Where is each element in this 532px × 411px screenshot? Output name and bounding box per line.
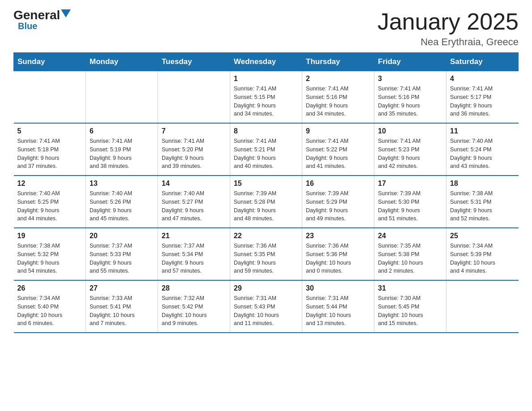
logo-general-text: General <box>13 9 60 21</box>
logo: General Blue <box>13 9 71 30</box>
day-info: Sunrise: 7:36 AMSunset: 5:36 PMDaylight:… <box>306 242 370 275</box>
calendar-cell: 25Sunrise: 7:34 AMSunset: 5:39 PMDayligh… <box>446 228 519 280</box>
logo-arrow-icon <box>61 9 71 19</box>
svg-marker-0 <box>61 9 71 17</box>
day-info: Sunrise: 7:40 AMSunset: 5:24 PMDaylight:… <box>450 137 515 171</box>
day-info: Sunrise: 7:41 AMSunset: 5:16 PMDaylight:… <box>306 85 370 118</box>
calendar-cell: 2Sunrise: 7:41 AMSunset: 5:16 PMDaylight… <box>302 71 374 124</box>
calendar-cell: 13Sunrise: 7:40 AMSunset: 5:26 PMDayligh… <box>86 176 158 228</box>
calendar-cell: 15Sunrise: 7:39 AMSunset: 5:28 PMDayligh… <box>230 176 302 228</box>
day-number: 4 <box>450 75 515 83</box>
calendar-cell: 20Sunrise: 7:37 AMSunset: 5:33 PMDayligh… <box>86 228 158 280</box>
day-number: 11 <box>450 127 515 135</box>
weekday-header-wednesday: Wednesday <box>230 53 302 71</box>
day-number: 31 <box>378 284 442 292</box>
weekday-header-saturday: Saturday <box>446 53 519 71</box>
calendar-cell: 26Sunrise: 7:34 AMSunset: 5:40 PMDayligh… <box>14 280 86 333</box>
calendar-cell: 9Sunrise: 7:41 AMSunset: 5:22 PMDaylight… <box>302 123 374 176</box>
day-info: Sunrise: 7:35 AMSunset: 5:38 PMDaylight:… <box>378 242 442 275</box>
day-info: Sunrise: 7:41 AMSunset: 5:15 PMDaylight:… <box>234 85 298 118</box>
calendar-cell: 5Sunrise: 7:41 AMSunset: 5:18 PMDaylight… <box>14 123 86 176</box>
day-info: Sunrise: 7:39 AMSunset: 5:28 PMDaylight:… <box>234 189 298 223</box>
day-number: 28 <box>162 284 226 292</box>
calendar-cell: 4Sunrise: 7:41 AMSunset: 5:17 PMDaylight… <box>446 71 519 124</box>
day-info: Sunrise: 7:31 AMSunset: 5:43 PMDaylight:… <box>234 294 298 328</box>
weekday-header-sunday: Sunday <box>14 53 86 71</box>
day-number: 14 <box>162 180 226 188</box>
calendar-cell: 24Sunrise: 7:35 AMSunset: 5:38 PMDayligh… <box>374 228 446 280</box>
day-info: Sunrise: 7:34 AMSunset: 5:40 PMDaylight:… <box>17 294 82 328</box>
day-info: Sunrise: 7:41 AMSunset: 5:20 PMDaylight:… <box>162 137 226 171</box>
header: General Blue January 2025 Nea Erythraia,… <box>13 9 519 48</box>
day-info: Sunrise: 7:40 AMSunset: 5:25 PMDaylight:… <box>17 189 82 223</box>
logo-blue-text: Blue <box>18 21 37 30</box>
calendar-cell: 30Sunrise: 7:31 AMSunset: 5:44 PMDayligh… <box>302 280 374 333</box>
week-row-4: 19Sunrise: 7:38 AMSunset: 5:32 PMDayligh… <box>14 228 519 280</box>
week-row-2: 5Sunrise: 7:41 AMSunset: 5:18 PMDaylight… <box>14 123 519 176</box>
day-info: Sunrise: 7:37 AMSunset: 5:33 PMDaylight:… <box>90 242 154 275</box>
calendar-body: 1Sunrise: 7:41 AMSunset: 5:15 PMDaylight… <box>14 71 519 333</box>
day-number: 9 <box>306 127 370 135</box>
day-info: Sunrise: 7:41 AMSunset: 5:16 PMDaylight:… <box>378 85 442 118</box>
day-number: 16 <box>306 180 370 188</box>
calendar-cell: 14Sunrise: 7:40 AMSunset: 5:27 PMDayligh… <box>158 176 230 228</box>
day-number: 17 <box>378 180 442 188</box>
month-title: January 2025 <box>378 9 519 34</box>
day-number: 20 <box>90 232 154 240</box>
calendar-cell: 10Sunrise: 7:41 AMSunset: 5:23 PMDayligh… <box>374 123 446 176</box>
day-number: 1 <box>234 75 298 83</box>
day-info: Sunrise: 7:41 AMSunset: 5:22 PMDaylight:… <box>306 137 370 171</box>
day-number: 2 <box>306 75 370 83</box>
weekday-header-monday: Monday <box>86 53 158 71</box>
day-info: Sunrise: 7:39 AMSunset: 5:30 PMDaylight:… <box>378 189 442 223</box>
calendar-cell: 7Sunrise: 7:41 AMSunset: 5:20 PMDaylight… <box>158 123 230 176</box>
calendar-cell: 23Sunrise: 7:36 AMSunset: 5:36 PMDayligh… <box>302 228 374 280</box>
calendar-cell: 29Sunrise: 7:31 AMSunset: 5:43 PMDayligh… <box>230 280 302 333</box>
calendar-cell: 11Sunrise: 7:40 AMSunset: 5:24 PMDayligh… <box>446 123 519 176</box>
day-info: Sunrise: 7:41 AMSunset: 5:19 PMDaylight:… <box>90 137 154 171</box>
day-number: 10 <box>378 127 442 135</box>
day-info: Sunrise: 7:41 AMSunset: 5:21 PMDaylight:… <box>234 137 298 171</box>
day-number: 27 <box>90 284 154 292</box>
day-number: 3 <box>378 75 442 83</box>
day-info: Sunrise: 7:37 AMSunset: 5:34 PMDaylight:… <box>162 242 226 275</box>
day-number: 23 <box>306 232 370 240</box>
calendar-cell: 17Sunrise: 7:39 AMSunset: 5:30 PMDayligh… <box>374 176 446 228</box>
day-number: 18 <box>450 180 515 188</box>
calendar: SundayMondayTuesdayWednesdayThursdayFrid… <box>13 52 519 333</box>
day-info: Sunrise: 7:30 AMSunset: 5:45 PMDaylight:… <box>378 294 442 328</box>
location: Nea Erythraia, Greece <box>378 36 519 48</box>
day-number: 6 <box>90 127 154 135</box>
day-info: Sunrise: 7:41 AMSunset: 5:18 PMDaylight:… <box>17 137 82 171</box>
day-number: 29 <box>234 284 298 292</box>
weekday-row: SundayMondayTuesdayWednesdayThursdayFrid… <box>14 53 519 71</box>
day-number: 26 <box>17 284 82 292</box>
day-info: Sunrise: 7:40 AMSunset: 5:27 PMDaylight:… <box>162 189 226 223</box>
weekday-header-friday: Friday <box>374 53 446 71</box>
day-info: Sunrise: 7:33 AMSunset: 5:41 PMDaylight:… <box>90 294 154 328</box>
calendar-cell: 21Sunrise: 7:37 AMSunset: 5:34 PMDayligh… <box>158 228 230 280</box>
day-number: 19 <box>17 232 82 240</box>
calendar-cell: 22Sunrise: 7:36 AMSunset: 5:35 PMDayligh… <box>230 228 302 280</box>
weekday-header-tuesday: Tuesday <box>158 53 230 71</box>
calendar-cell: 6Sunrise: 7:41 AMSunset: 5:19 PMDaylight… <box>86 123 158 176</box>
day-info: Sunrise: 7:40 AMSunset: 5:26 PMDaylight:… <box>90 189 154 223</box>
day-info: Sunrise: 7:31 AMSunset: 5:44 PMDaylight:… <box>306 294 370 328</box>
day-number: 7 <box>162 127 226 135</box>
calendar-cell: 31Sunrise: 7:30 AMSunset: 5:45 PMDayligh… <box>374 280 446 333</box>
calendar-cell: 18Sunrise: 7:38 AMSunset: 5:31 PMDayligh… <box>446 176 519 228</box>
week-row-3: 12Sunrise: 7:40 AMSunset: 5:25 PMDayligh… <box>14 176 519 228</box>
calendar-cell <box>158 71 230 124</box>
calendar-cell <box>86 71 158 124</box>
calendar-cell: 27Sunrise: 7:33 AMSunset: 5:41 PMDayligh… <box>86 280 158 333</box>
day-number: 15 <box>234 180 298 188</box>
day-number: 22 <box>234 232 298 240</box>
day-number: 12 <box>17 180 82 188</box>
week-row-5: 26Sunrise: 7:34 AMSunset: 5:40 PMDayligh… <box>14 280 519 333</box>
day-number: 8 <box>234 127 298 135</box>
day-info: Sunrise: 7:36 AMSunset: 5:35 PMDaylight:… <box>234 242 298 275</box>
day-number: 25 <box>450 232 515 240</box>
calendar-cell: 12Sunrise: 7:40 AMSunset: 5:25 PMDayligh… <box>14 176 86 228</box>
calendar-cell: 19Sunrise: 7:38 AMSunset: 5:32 PMDayligh… <box>14 228 86 280</box>
calendar-cell <box>14 71 86 124</box>
